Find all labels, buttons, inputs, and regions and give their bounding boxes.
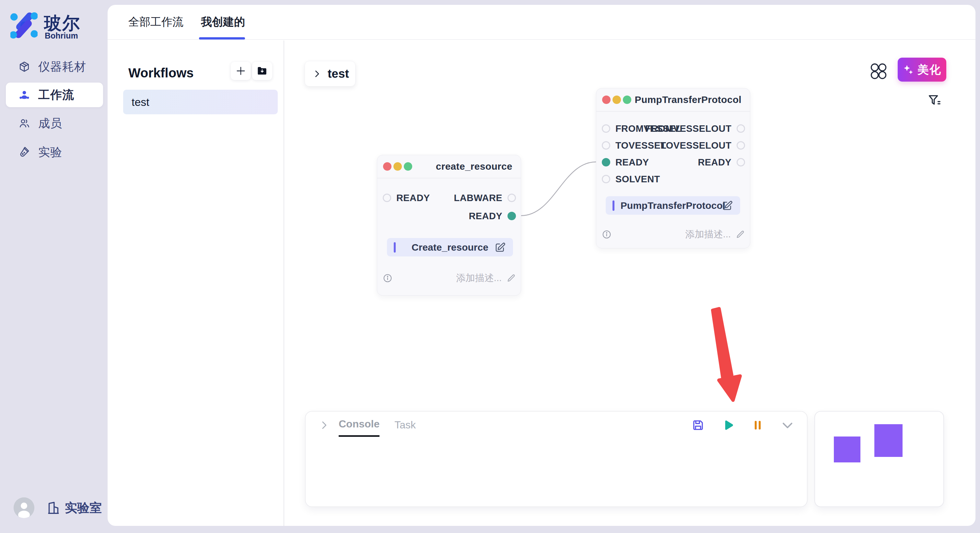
port-circle[interactable] (383, 194, 391, 202)
input-port-ready[interactable]: READY (383, 193, 430, 203)
play-icon (721, 418, 735, 432)
output-port-labware[interactable]: LABWARE (454, 193, 516, 203)
output-port-tovesselout[interactable]: TOVESSELOUT (660, 141, 745, 150)
port-circle[interactable] (602, 124, 610, 133)
workflow-tabbar: 全部工作流 我创建的 (108, 5, 975, 40)
pause-button[interactable] (751, 418, 765, 432)
folder-download-icon (256, 65, 268, 77)
port-circle[interactable] (737, 158, 745, 167)
chevron-right-icon[interactable] (318, 420, 329, 431)
pill-accent-bar (394, 242, 396, 252)
canvas-minimap[interactable] (815, 411, 944, 507)
user-avatar[interactable] (14, 497, 34, 518)
sidebar-item-workflow[interactable]: 工作流 (6, 82, 103, 107)
minimap-node (874, 424, 902, 457)
brand-logo: 玻尔 Bohrium (10, 11, 101, 41)
pill-accent-bar (612, 200, 614, 211)
pause-icon (751, 419, 764, 431)
port-label: READY (396, 193, 430, 203)
port-circle[interactable] (737, 141, 745, 150)
sidebar-item-label: 工作流 (38, 87, 74, 103)
people-icon (18, 117, 30, 130)
node-dot-yellow[interactable] (612, 95, 621, 104)
lab-switcher[interactable]: 实验室 (46, 499, 102, 516)
avatar-person-icon (14, 497, 34, 518)
pencil-icon[interactable] (506, 273, 516, 283)
sidebar-item-experiments[interactable]: 实验 (0, 140, 108, 165)
node-title: PumpTransferProtocol (635, 94, 741, 105)
bohrium-logo-icon (10, 12, 38, 39)
node-dot-yellow[interactable] (393, 162, 402, 171)
port-circle[interactable] (508, 194, 516, 202)
node-dot-red[interactable] (383, 162, 391, 171)
test-tube-icon (18, 146, 30, 159)
sparkles-icon (902, 64, 914, 75)
brand-name-en: Bohrium (45, 31, 78, 40)
input-port-tovessel[interactable]: TOVESSEL (602, 141, 666, 150)
port-circle-connected[interactable] (602, 158, 610, 167)
add-description-placeholder[interactable]: 添加描述... (686, 228, 731, 241)
beautify-button[interactable]: 美化 (898, 58, 946, 82)
node-header: PumpTransferProtocol (596, 89, 750, 112)
console-panel: Console Task (305, 411, 808, 507)
node-create-resource[interactable]: create_resource READY LABWARE READY Crea… (377, 155, 521, 296)
input-port-ready[interactable]: READY (602, 157, 649, 167)
console-tab-console[interactable]: Console (339, 414, 380, 437)
node-title: create_resource (436, 161, 512, 172)
port-label: READY (616, 157, 649, 168)
layout-apps-button[interactable] (870, 62, 887, 80)
console-tab-task[interactable]: Task (395, 414, 416, 436)
node-dot-green[interactable] (404, 162, 412, 171)
chevron-down-icon (780, 418, 795, 432)
chevron-right-icon (312, 69, 322, 79)
node-dot-red[interactable] (602, 95, 611, 104)
port-label: SOLVENT (616, 174, 660, 185)
output-port-ready[interactable]: READY (698, 157, 745, 167)
tab-created-by-me[interactable]: 我创建的 (201, 5, 245, 39)
workflow-list-item-test[interactable]: test (123, 90, 278, 114)
pencil-icon[interactable] (735, 230, 745, 239)
edit-icon[interactable] (494, 241, 506, 253)
port-label: TOVESSEL (616, 140, 666, 151)
collapse-panel-button[interactable] (780, 418, 795, 432)
port-circle[interactable] (602, 175, 610, 183)
sidebar-item-members[interactable]: 成员 (0, 111, 108, 136)
port-circle[interactable] (737, 124, 745, 133)
info-icon[interactable] (383, 273, 393, 283)
tab-all-workflows[interactable]: 全部工作流 (128, 5, 183, 39)
breadcrumb-card[interactable]: test (305, 61, 355, 86)
port-circle[interactable] (602, 141, 610, 150)
clover-icon (870, 62, 887, 80)
save-icon (691, 418, 705, 432)
info-icon[interactable] (602, 230, 611, 239)
node-header: create_resource (377, 155, 521, 178)
input-port-solvent[interactable]: SOLVENT (602, 174, 660, 184)
node-footer: 添加描述... (602, 229, 745, 240)
workflow-item-name: test (132, 96, 150, 108)
minimap-node (834, 436, 861, 462)
plus-icon (235, 65, 246, 76)
sidebar-item-label: 成员 (38, 116, 62, 132)
sidebar-item-instruments[interactable]: 仪器耗材 (0, 54, 108, 79)
active-tab-underline (199, 37, 245, 40)
filter-button[interactable] (927, 93, 942, 108)
edit-icon[interactable] (721, 200, 733, 211)
building-icon (46, 500, 61, 515)
node-pump-transfer-protocol[interactable]: PumpTransferProtocol FROMVESSEL TOVESSEL… (596, 88, 750, 248)
port-label: LABWARE (454, 193, 502, 203)
add-description-placeholder[interactable]: 添加描述... (456, 272, 502, 285)
node-action-pill[interactable]: PumpTransferProtocol (606, 196, 740, 215)
main-panel: 全部工作流 我创建的 Workflows test test (108, 5, 975, 526)
output-port-ready[interactable]: READY (469, 211, 516, 221)
add-workflow-button[interactable] (231, 62, 251, 80)
port-circle-connected[interactable] (508, 212, 516, 220)
run-button[interactable] (721, 418, 735, 432)
save-button[interactable] (691, 418, 705, 432)
import-workflow-button[interactable] (252, 62, 272, 80)
node-dot-green[interactable] (623, 95, 631, 104)
port-label: READY (698, 157, 732, 168)
node-action-pill[interactable]: Create_resource (387, 238, 513, 257)
output-port-fromvesselout[interactable]: FROMVESSELOUT (645, 124, 745, 133)
sidebar-item-label: 实验 (38, 144, 62, 160)
node-footer: 添加描述... (383, 273, 516, 284)
